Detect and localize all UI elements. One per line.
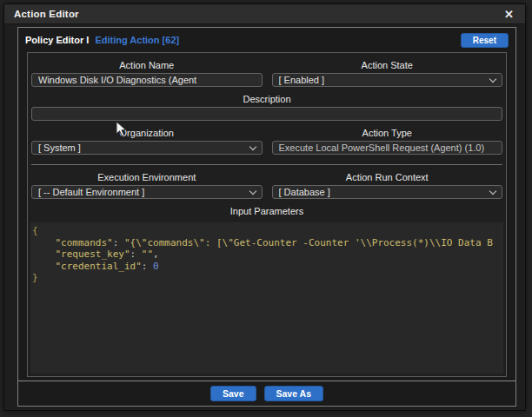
code-line: "commands": "{\"commands\": [\"Get-Count…: [32, 237, 502, 249]
execution-environment-select[interactable]: [ -- Default Environment ]: [31, 185, 263, 199]
chevron-down-icon: [249, 187, 256, 194]
action-type-label: Action Type: [272, 128, 503, 138]
dialog-titlebar: Action Editor ✕: [4, 4, 525, 24]
reset-button[interactable]: Reset: [461, 33, 509, 48]
breadcrumb-primary: Policy Editor I: [25, 35, 89, 45]
action-run-context-value: [ Database ]: [279, 187, 486, 197]
editor-header: Policy Editor I Editing Action [62] Rese…: [18, 28, 515, 52]
row-description: Description: [28, 87, 506, 121]
action-editor-dialog: Action Editor ✕ Policy Editor I Editing …: [3, 3, 526, 411]
action-form: Action Name Windows Disk I/O Diagnostics…: [27, 52, 507, 377]
row-name-state: Action Name Windows Disk I/O Diagnostics…: [28, 53, 506, 87]
action-type-value: Execute Local PowerShell Request (Agent)…: [279, 142, 496, 153]
organization-select[interactable]: [ System ]: [31, 141, 263, 155]
code-line: "request_key": "",: [32, 248, 502, 261]
action-run-context-select[interactable]: [ Database ]: [272, 185, 503, 199]
description-label: Description: [31, 94, 502, 104]
organization-value: [ System ]: [38, 142, 245, 153]
action-state-label: Action State: [272, 60, 503, 70]
input-parameters-label: Input Parameters: [31, 206, 502, 216]
row-input-parameters-label: Input Parameters: [28, 199, 506, 219]
execution-environment-label: Execution Environment: [31, 172, 263, 182]
editor-panel: Policy Editor I Editing Action [62] Rese…: [17, 27, 516, 407]
action-type-input: Execute Local PowerShell Request (Agent)…: [272, 141, 503, 155]
input-parameters-editor[interactable]: { "commands": "{\"commands\": [\"Get-Cou…: [30, 222, 503, 374]
action-name-value: Windows Disk I/O Diagnostics (Agent: [38, 75, 256, 85]
save-as-button[interactable]: Save As: [264, 386, 323, 401]
execution-environment-value: [ -- Default Environment ]: [38, 187, 245, 197]
description-input[interactable]: [31, 107, 502, 121]
action-name-label: Action Name: [31, 60, 263, 70]
breadcrumb: Policy Editor I Editing Action [62]: [25, 35, 179, 45]
action-run-context-label: Action Run Context: [272, 172, 503, 182]
chevron-down-icon: [249, 142, 256, 149]
breadcrumb-secondary: Editing Action [62]: [95, 35, 179, 45]
row-org-type: Organization [ System ] Action Type Exec…: [28, 121, 506, 155]
row-env-context: Execution Environment [ -- Default Envir…: [28, 165, 506, 199]
action-state-select[interactable]: [ Enabled ]: [272, 73, 503, 87]
action-state-value: [ Enabled ]: [279, 75, 486, 85]
footer-actions: Save Save As: [18, 381, 515, 406]
organization-label: Organization: [31, 128, 263, 138]
chevron-down-icon: [489, 187, 496, 194]
dialog-title: Action Editor: [14, 9, 79, 19]
save-button[interactable]: Save: [210, 386, 256, 401]
action-name-input[interactable]: Windows Disk I/O Diagnostics (Agent: [31, 73, 263, 87]
close-icon[interactable]: ✕: [502, 8, 515, 21]
code-line: {: [32, 225, 502, 237]
chevron-down-icon: [489, 75, 496, 82]
code-line: }: [32, 272, 502, 284]
code-line: "credential_id": 0: [32, 261, 502, 273]
